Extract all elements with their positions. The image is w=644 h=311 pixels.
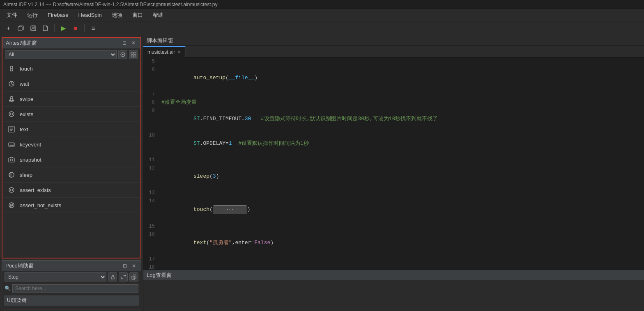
poco-restore-button[interactable]: ⊡ xyxy=(121,262,129,270)
editor-area[interactable]: 5 6 auto_setup(__file__) 7 8 #设置全局变量 9 xyxy=(143,57,644,270)
airtest-close-button[interactable]: ✕ xyxy=(130,39,137,47)
code-line-15: 15 xyxy=(143,222,644,231)
airtest-item-keyevent-label: keyevent xyxy=(20,142,41,148)
line-content-11 xyxy=(158,156,644,164)
svg-point-14 xyxy=(10,96,13,99)
line-content-12: sleep(3) xyxy=(158,164,644,189)
airtest-item-assert-not-exists-label: assert_not_exists xyxy=(20,202,61,208)
toolbar-sep-2 xyxy=(84,24,85,32)
svg-rect-10 xyxy=(131,55,133,57)
poco-panel-title: Poco辅助窗 xyxy=(5,262,34,270)
left-panel: Airtest辅助窗 ⊡ ✕ All xyxy=(0,35,143,311)
menu-run[interactable]: 运行 xyxy=(22,10,43,21)
save-as-button[interactable] xyxy=(40,23,51,34)
menu-file[interactable]: 文件 xyxy=(2,10,22,21)
inline-image-small: ··· xyxy=(214,205,246,214)
settings-button[interactable]: ≡ xyxy=(88,23,99,34)
text-icon xyxy=(7,125,16,133)
airtest-photo-add-button[interactable] xyxy=(118,50,127,59)
code-line-16: 16 text("孤勇者",enter=False) xyxy=(143,231,644,255)
poco-panel-icons: ⊡ ✕ xyxy=(121,262,138,270)
airtest-item-keyevent[interactable]: keyevent xyxy=(2,137,140,152)
keyevent-icon xyxy=(7,140,16,149)
editor-header-title: 脚本编辑窗 xyxy=(147,37,173,44)
assert-not-exists-icon xyxy=(7,201,16,209)
code-line-11: 11 xyxy=(143,156,644,164)
svg-point-29 xyxy=(11,159,13,161)
line-num-16: 16 xyxy=(143,231,158,255)
line-num-5: 5 xyxy=(143,57,158,66)
code-line-5: 5 xyxy=(143,57,644,66)
poco-lock-button[interactable] xyxy=(108,272,117,281)
airtest-item-text[interactable]: text xyxy=(2,122,140,137)
line-num-10: 10 xyxy=(143,131,158,156)
airtest-item-assert-not-exists[interactable]: assert_not_exists xyxy=(2,198,140,213)
line-num-14: 14 xyxy=(143,197,158,222)
log-header-title: Log查看窗 xyxy=(147,272,172,279)
poco-copy-button[interactable] xyxy=(129,272,138,281)
line-content-10: ST.OPDELAY=1 #设置默认操作时间间隔为1秒 xyxy=(158,131,644,156)
new-file-button[interactable]: + xyxy=(3,23,14,34)
airtest-panel: Airtest辅助窗 ⊡ ✕ All xyxy=(2,37,141,258)
toolbar-sep-1 xyxy=(54,24,55,32)
poco-panel-header: Poco辅助窗 ⊡ ✕ xyxy=(2,261,141,271)
svg-point-16 xyxy=(9,112,14,117)
editor-tab-musictest[interactable]: musictest.air ✕ xyxy=(143,46,186,57)
poco-search-icon: 🔍 xyxy=(5,286,11,291)
menu-firebase[interactable]: Firebase xyxy=(43,10,74,20)
svg-rect-9 xyxy=(134,52,136,54)
title-bar: Airtest IDE v1.2.14 ~~ D:\software\Airte… xyxy=(0,0,644,9)
poco-search-bar: 🔍 xyxy=(2,283,141,294)
airtest-item-text-label: text xyxy=(20,126,28,133)
airtest-add-button[interactable] xyxy=(129,50,138,59)
wait-icon xyxy=(7,80,16,88)
airtest-item-exists-label: exists xyxy=(20,111,33,117)
menu-window[interactable]: 窗口 xyxy=(127,10,148,21)
line-content-6: auto_setup(__file__) xyxy=(158,66,644,90)
tab-close-button[interactable]: ✕ xyxy=(177,50,181,55)
menu-help[interactable]: 帮助 xyxy=(148,10,168,21)
poco-search-input[interactable] xyxy=(12,284,138,293)
log-area: Log查看窗 xyxy=(143,270,644,311)
line-content-15 xyxy=(158,222,644,231)
line-content-18 xyxy=(158,263,644,270)
airtest-panel-title: Airtest辅助窗 xyxy=(6,39,37,47)
line-content-9: ST.FIND_TIMEOUT=30 #设置隐式等待时长,默认识别图片时间是30… xyxy=(158,107,644,131)
airtest-filter-select[interactable]: All xyxy=(5,50,117,59)
code-line-7: 7 xyxy=(143,90,644,98)
airtest-restore-button[interactable]: ⊡ xyxy=(121,39,128,47)
line-num-9: 9 xyxy=(143,107,158,131)
line-content-8: #设置全局变量 xyxy=(158,98,644,107)
airtest-item-swipe[interactable]: swipe xyxy=(2,91,140,107)
line-content-16: text("孤勇者",enter=False) xyxy=(158,231,644,255)
save-button[interactable] xyxy=(28,23,39,34)
log-header: Log查看窗 xyxy=(143,270,644,280)
menu-options[interactable]: 选项 xyxy=(107,10,127,21)
airtest-item-sleep[interactable]: sleep xyxy=(2,167,140,183)
airtest-item-touch[interactable]: touch xyxy=(2,61,140,76)
run-button[interactable]: ▶ xyxy=(58,23,69,34)
poco-refresh-button[interactable] xyxy=(119,272,128,281)
airtest-item-assert-exists[interactable]: assert_exists xyxy=(2,183,140,198)
open-button[interactable] xyxy=(16,23,26,34)
line-content-14: touch(···) xyxy=(158,197,644,222)
stop-button[interactable]: ■ xyxy=(70,23,81,34)
tab-bar: musictest.air ✕ xyxy=(143,46,644,57)
svg-point-31 xyxy=(9,188,14,192)
menu-headspin[interactable]: HeadSpin xyxy=(74,10,107,20)
poco-close-button[interactable]: ✕ xyxy=(130,262,138,270)
line-num-13: 13 xyxy=(143,189,158,197)
airtest-item-wait[interactable]: wait xyxy=(2,76,140,91)
toolbar: + ▶ ■ ≡ xyxy=(0,21,644,35)
line-num-18: 18 xyxy=(143,263,158,270)
airtest-item-sleep-label: sleep xyxy=(20,172,32,178)
line-content-13 xyxy=(158,189,644,197)
editor-tab-label: musictest.air xyxy=(147,49,175,55)
airtest-item-exists[interactable]: exists xyxy=(2,107,140,122)
touch-icon xyxy=(7,64,16,73)
airtest-item-swipe-label: swipe xyxy=(20,96,33,102)
svg-rect-28 xyxy=(9,158,14,162)
poco-mode-select[interactable]: Stop xyxy=(5,272,106,281)
svg-rect-36 xyxy=(111,277,114,279)
airtest-item-snapshot[interactable]: snapshot xyxy=(2,152,140,167)
